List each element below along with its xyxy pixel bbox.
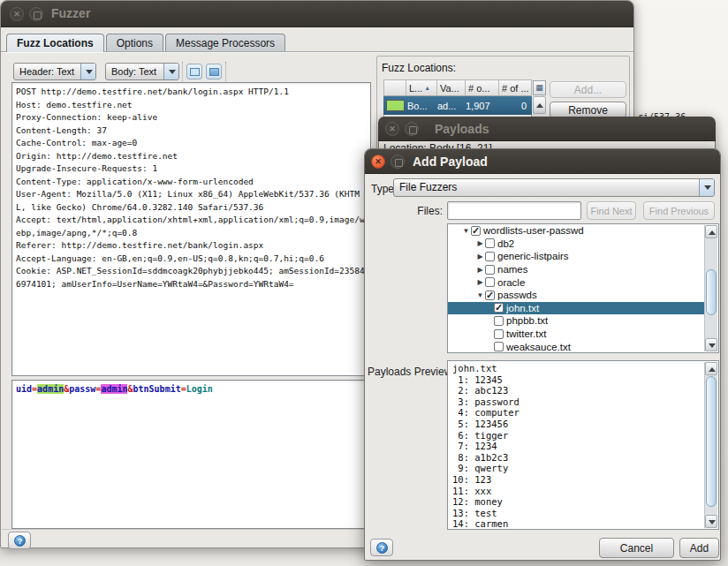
tree-item-john-txt[interactable]: john.txt [448,302,704,315]
expand-icon[interactable] [475,278,485,286]
body-token: passw [69,384,95,394]
help-icon: ? [14,535,26,547]
maximize-icon[interactable] [391,155,405,169]
tree-item-label: weaksauce.txt [506,342,571,352]
tree-item-label: passwds [497,290,537,300]
tree-item-db2[interactable]: db2 [448,238,704,251]
column-header[interactable]: L...▲ [406,79,437,96]
scroll-up-icon[interactable] [705,362,717,375]
close-icon[interactable] [385,122,399,136]
tree-item-generic-listpairs[interactable]: generic-listpairs [448,250,704,263]
body-view-value: Body: Text [111,64,156,79]
type-select[interactable]: File Fuzzers [393,178,715,197]
column-header[interactable]: # of ... [499,79,532,96]
expand-icon[interactable] [475,253,485,260]
tree-item-label: twitter.txt [506,328,546,339]
window-title: Payloads [435,117,489,141]
tab-options[interactable]: Options [106,34,163,52]
add-location-button[interactable]: Add... [550,81,626,98]
payloads-preview-pane[interactable]: john.txt 1: 12345 2: abc123 3: password … [447,360,719,530]
collapse-icon[interactable] [461,227,471,235]
chevron-down-icon[interactable] [699,179,714,196]
request-body-pane[interactable]: uid=admin&passw=admin&btnSubmit=Login [11,380,371,529]
tree-item-weaksauce-txt[interactable]: weaksauce.txt [448,340,704,353]
files-label: Files: [400,205,443,217]
body-token: Login [186,384,213,394]
find-previous-button[interactable]: Find Previous [643,201,715,220]
add-button[interactable]: Add [679,538,719,558]
scroll-up-icon[interactable] [705,225,717,238]
column-header[interactable]: # o... [466,79,499,96]
checkbox[interactable] [485,252,495,261]
tab-fuzz-locations[interactable]: Fuzz Locations [6,34,104,52]
checkbox[interactable] [485,291,495,300]
checkbox[interactable] [471,226,481,236]
tree-item-names[interactable]: names [448,263,704,276]
table-cell: 1,907 [463,101,497,111]
column-header[interactable] [383,79,406,96]
fuzz-locations-table-header[interactable]: L...▲Va...# o...# of ... [383,79,532,96]
files-input[interactable] [447,201,581,220]
location-color-swatch [386,100,405,111]
body-view-select[interactable]: Body: Text [105,63,179,80]
expand-icon[interactable] [475,239,485,247]
scrollbar-thumb[interactable] [706,376,717,507]
scroll-down-icon[interactable] [705,338,717,351]
view-split-button[interactable] [186,64,202,79]
tree-item-oracle[interactable]: oracle [448,275,704,289]
maximize-icon[interactable] [29,7,43,21]
chevron-down-icon[interactable] [80,64,95,79]
request-header-pane[interactable]: POST http://demo.testfire.net/bank/login… [11,82,371,376]
checkbox[interactable] [485,277,495,287]
scroll-down-icon[interactable] [705,515,717,528]
tree-item-label: generic-listpairs [497,251,569,261]
add-payload-titlebar[interactable]: Add Payload [365,149,720,174]
tree-item-label: john.txt [506,303,539,313]
header-view-select[interactable]: Header: Text [13,63,96,80]
scrollbar-thumb[interactable] [706,269,717,315]
checkbox[interactable] [494,316,504,326]
tree-item-label: wordlists-user-passwd [483,225,584,236]
maximize-icon[interactable] [405,122,419,136]
tree-item-passwds[interactable]: passwds [448,289,704,302]
find-next-button[interactable]: Find Next [587,201,636,220]
expand-icon[interactable] [475,266,485,274]
cancel-button[interactable]: Cancel [599,538,674,558]
tree-item-label: db2 [497,238,514,249]
help-button[interactable]: ? [370,539,393,556]
view-combined-button[interactable] [206,64,222,79]
checkbox[interactable] [494,303,504,313]
checkbox[interactable] [485,238,495,248]
tree-scrollbar[interactable] [704,225,717,351]
collapse-icon[interactable] [475,291,485,299]
tree-item-label: phpbb.txt [506,315,548,326]
fuzzer-titlebar[interactable]: Fuzzer [1,1,633,27]
checkbox[interactable] [485,265,495,275]
checkbox[interactable] [494,329,504,339]
tab-message-processors[interactable]: Message Processors [165,34,285,52]
help-icon: ? [376,542,388,554]
toolbar-separator [225,62,226,81]
request-header-text: POST http://demo.testfire.net/bank/login… [12,83,370,293]
column-config-icon[interactable]: ▦ [533,80,546,95]
help-button[interactable]: ? [8,532,31,549]
wordlist-tree[interactable]: wordlists-user-passwddb2generic-listpair… [447,223,719,353]
table-cell: Bo... [405,101,435,111]
body-token: btnSubmit [133,384,181,394]
tree-item-label: oracle [497,277,525,288]
payloads-titlebar[interactable]: Payloads [378,117,716,141]
preview-scrollbar[interactable] [704,362,717,528]
table-row[interactable]: Bo...ad...1,9070 [383,96,532,115]
tree-item-wordlists-user-passwd[interactable]: wordlists-user-passwd [448,224,704,238]
tree-item-twitter-txt[interactable]: twitter.txt [448,328,704,341]
close-icon[interactable] [10,7,24,21]
column-header[interactable]: Va... [437,79,466,96]
table-cell: 0 [497,101,529,111]
window-title: Fuzzer [51,1,90,26]
checkbox[interactable] [494,342,504,351]
header-view-value: Header: Text [19,64,74,79]
scroll-up-icon[interactable] [533,96,546,114]
close-icon[interactable] [371,155,385,169]
chevron-down-icon[interactable] [163,64,178,79]
tree-item-phpbb-txt[interactable]: phpbb.txt [448,314,704,328]
